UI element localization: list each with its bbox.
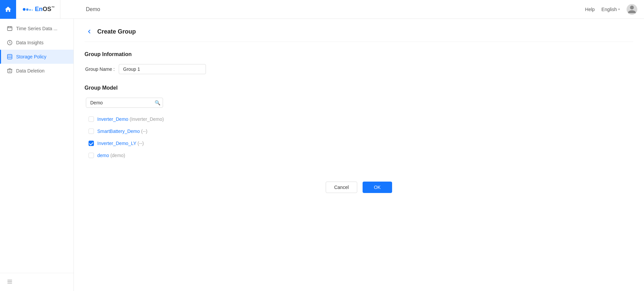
data-deletion-icon [7, 68, 13, 74]
model-search-input[interactable] [86, 98, 163, 108]
group-name-form-group: Group Name : [85, 64, 633, 74]
logo-dot-2 [26, 8, 29, 11]
cancel-button[interactable]: Cancel [326, 182, 357, 193]
svg-rect-12 [7, 280, 12, 281]
checkbox-demo-label: demo (demo) [97, 153, 125, 158]
ok-button[interactable]: OK [363, 182, 392, 193]
svg-rect-8 [8, 69, 12, 73]
model-search-wrapper: 🔍 [86, 98, 163, 108]
sidebar-bottom [0, 273, 73, 291]
sidebar-item-time-series-label: Time Series Data ... [16, 26, 57, 31]
language-label: English [601, 7, 617, 12]
checkbox-smartbattery-demo[interactable] [89, 129, 94, 134]
time-series-icon [7, 26, 13, 32]
group-name-label: Group Name : [85, 66, 115, 72]
svg-rect-0 [7, 27, 12, 31]
group-info-title: Group Information [85, 51, 633, 57]
sidebar-item-storage-policy-label: Storage Policy [16, 54, 46, 59]
sidebar-item-data-deletion-label: Data Deletion [16, 68, 45, 74]
sidebar: Time Series Data ... Data Insights Stora… [0, 19, 74, 291]
top-nav-right: Help English ▾ [585, 4, 637, 15]
model-checkbox-list: Inverter_Demo (Inverter_Demo) SmartBatte… [86, 113, 633, 161]
list-item[interactable]: Inverter_Demo_LY (--) [86, 137, 633, 149]
data-insights-icon [7, 40, 13, 46]
checkbox-inverter-demo-label: Inverter_Demo (Inverter_Demo) [97, 116, 164, 122]
language-chevron-icon: ▾ [618, 7, 620, 11]
checkbox-inverter-demo-ly-label: Inverter_Demo_LY (--) [97, 141, 144, 146]
logo-dot-4 [32, 9, 33, 11]
footer-buttons: Cancel OK [85, 182, 633, 201]
checkbox-inverter-demo[interactable] [89, 116, 94, 122]
sidebar-collapse-button[interactable] [7, 279, 67, 286]
sidebar-item-time-series[interactable]: Time Series Data ... [0, 21, 73, 36]
logo-dot-3 [29, 9, 31, 11]
top-nav: EnOS™ Demo Help English ▾ [0, 0, 644, 19]
sidebar-item-data-deletion[interactable]: Data Deletion [0, 64, 73, 78]
sidebar-item-storage-policy[interactable]: Storage Policy [0, 50, 73, 64]
logo-area: EnOS™ [7, 0, 80, 19]
page-header: Create Group [85, 27, 633, 42]
help-link[interactable]: Help [585, 7, 595, 12]
list-item[interactable]: SmartBattery_Demo (--) [86, 125, 633, 137]
sidebar-item-data-insights[interactable]: Data Insights [0, 36, 73, 50]
list-item[interactable]: Inverter_Demo (Inverter_Demo) [86, 113, 633, 125]
list-item[interactable]: demo (demo) [86, 149, 633, 161]
logo-dots-icon [23, 8, 33, 11]
logo-text: EnOS™ [35, 6, 55, 13]
svg-rect-14 [7, 283, 12, 284]
checkbox-inverter-demo-ly[interactable] [89, 141, 94, 146]
sidebar-item-data-insights-label: Data Insights [16, 40, 44, 45]
group-name-input[interactable] [119, 64, 206, 74]
group-model-section: Group Model 🔍 Inverter_Demo (Inverter_De… [85, 85, 633, 161]
enos-logo: EnOS™ [19, 0, 60, 19]
app-name: Demo [80, 6, 585, 12]
back-arrow-icon [86, 29, 92, 35]
menu-icon [7, 279, 13, 285]
layout: Time Series Data ... Data Insights Stora… [0, 0, 644, 291]
home-button[interactable] [0, 0, 16, 19]
checkbox-demo[interactable] [89, 153, 94, 158]
svg-rect-13 [7, 281, 12, 282]
svg-rect-5 [7, 54, 12, 59]
checkbox-smartbattery-demo-label: SmartBattery_Demo (--) [97, 129, 147, 134]
group-model-title: Group Model [85, 85, 633, 91]
language-selector[interactable]: English ▾ [601, 7, 620, 12]
main-content: Create Group Group Information Group Nam… [74, 19, 644, 291]
logo-dot-1 [23, 8, 25, 11]
group-info-section: Group Information Group Name : [85, 51, 633, 74]
storage-policy-icon [7, 54, 13, 60]
user-avatar[interactable] [627, 4, 637, 15]
page-title: Create Group [97, 28, 136, 35]
back-button[interactable] [85, 27, 94, 36]
